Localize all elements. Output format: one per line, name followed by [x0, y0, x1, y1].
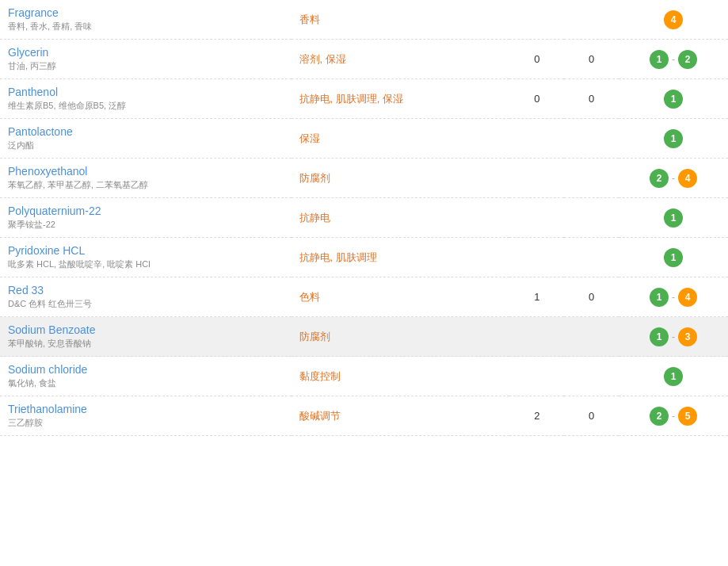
- badge-circle: 1: [664, 208, 683, 228]
- function-text: 香料: [299, 13, 320, 25]
- function-text: 防腐剂: [299, 172, 330, 184]
- num2-cell: [564, 317, 619, 357]
- num1-cell: [509, 119, 564, 159]
- badge-cell: 1-3: [619, 317, 728, 357]
- badge-cell: 1: [619, 119, 728, 159]
- function-cell: 溶剂, 保湿: [292, 40, 510, 79]
- function-text: 保湿: [299, 132, 320, 144]
- num2-value: 0: [589, 53, 594, 65]
- badge-circle: 1: [664, 129, 683, 148]
- ingredient-name[interactable]: Pantolactone: [8, 125, 284, 138]
- ingredient-alias: 氯化钠, 食盐: [8, 377, 284, 389]
- ingredient-alias: 吡多素 HCL, 盐酸吡啶辛, 吡啶素 HCl: [8, 258, 284, 270]
- ingredient-cell: Glycerin 甘油, 丙三醇: [0, 40, 292, 79]
- num1-value: 2: [534, 410, 539, 422]
- function-cell: 防腐剂: [292, 317, 510, 357]
- num1-cell: [509, 357, 564, 396]
- ingredient-alias: 维生素原B5, 维他命原B5, 泛醇: [8, 100, 284, 112]
- num2-cell: [564, 357, 619, 396]
- badge-circle: 2: [650, 169, 669, 188]
- num2-cell: [564, 0, 619, 40]
- badge-cell: 1-4: [619, 277, 728, 317]
- badge-separator: -: [672, 292, 675, 303]
- num2-cell: [564, 119, 619, 159]
- ingredient-cell: Panthenol 维生素原B5, 维他命原B5, 泛醇: [0, 79, 292, 119]
- ingredient-cell: Red 33 D&C 色料 红色卅三号: [0, 277, 292, 317]
- ingredient-name[interactable]: Fragrance: [8, 6, 284, 19]
- num1-value: 0: [534, 53, 539, 65]
- num2-cell: [564, 198, 619, 238]
- function-cell: 保湿: [292, 119, 510, 159]
- badge-circle: 4: [664, 10, 683, 29]
- badge-cell: 2-4: [619, 159, 728, 198]
- function-cell: 酸碱调节: [292, 396, 510, 436]
- function-text: 抗静电, 肌肤调理: [299, 251, 377, 263]
- table-row: Phenoxyethanol 苯氧乙醇, 苯甲基乙醇, 二苯氧基乙醇 防腐剂 2…: [0, 159, 728, 198]
- badge-separator: -: [672, 411, 675, 422]
- num1-cell: [509, 238, 564, 277]
- function-text: 抗静电: [299, 212, 330, 224]
- badge-circle: 1: [664, 367, 683, 386]
- table-row: Fragrance 香料, 香水, 香精, 香味 香料 4: [0, 0, 728, 40]
- badge-cell: 1: [619, 357, 728, 396]
- badge-circle: 1: [650, 327, 669, 346]
- ingredient-alias: 三乙醇胺: [8, 417, 284, 429]
- badge-cell: 1: [619, 198, 728, 238]
- num2-value: 0: [589, 93, 594, 105]
- ingredient-name[interactable]: Red 33: [8, 284, 284, 296]
- ingredient-name[interactable]: Sodium Benzoate: [8, 323, 284, 336]
- ingredient-cell: Triethanolamine 三乙醇胺: [0, 396, 292, 436]
- ingredient-alias: 香料, 香水, 香精, 香味: [8, 21, 284, 33]
- badge-separator: -: [672, 173, 675, 184]
- ingredient-cell: Pyridoxine HCL 吡多素 HCL, 盐酸吡啶辛, 吡啶素 HCl: [0, 238, 292, 277]
- num2-cell: [564, 238, 619, 277]
- table-row: Sodium Benzoate 苯甲酸钠, 安息香酸钠 防腐剂 1-3: [0, 317, 728, 357]
- badge-cell: 4: [619, 0, 728, 40]
- badge-circle: 1: [650, 288, 669, 307]
- ingredient-name[interactable]: Sodium chloride: [8, 363, 284, 376]
- badge-cell: 2-5: [619, 396, 728, 436]
- num2-cell: 0: [564, 79, 619, 119]
- num1-cell: 1: [509, 277, 564, 317]
- ingredient-cell: Sodium Benzoate 苯甲酸钠, 安息香酸钠: [0, 317, 292, 357]
- table-row: Sodium chloride 氯化钠, 食盐 黏度控制 1: [0, 357, 728, 396]
- ingredient-alias: 聚季铵盐-22: [8, 219, 284, 231]
- num2-cell: 0: [564, 396, 619, 436]
- function-cell: 香料: [292, 0, 510, 40]
- badge-circle: 3: [678, 327, 697, 346]
- function-cell: 防腐剂: [292, 159, 510, 198]
- num1-cell: [509, 198, 564, 238]
- num1-cell: 0: [509, 40, 564, 79]
- ingredient-name[interactable]: Triethanolamine: [8, 403, 284, 415]
- num1-value: 1: [534, 291, 539, 303]
- num1-value: 0: [534, 93, 539, 105]
- badge-circle: 4: [678, 169, 697, 188]
- function-text: 酸碱调节: [299, 410, 341, 422]
- ingredient-alias: 苯氧乙醇, 苯甲基乙醇, 二苯氧基乙醇: [8, 179, 284, 191]
- table-row: Pyridoxine HCL 吡多素 HCL, 盐酸吡啶辛, 吡啶素 HCl 抗…: [0, 238, 728, 277]
- ingredient-name[interactable]: Pyridoxine HCL: [8, 244, 284, 257]
- function-cell: 黏度控制: [292, 357, 510, 396]
- ingredient-cell: Fragrance 香料, 香水, 香精, 香味: [0, 0, 292, 40]
- function-cell: 抗静电, 肌肤调理, 保湿: [292, 79, 510, 119]
- function-cell: 抗静电: [292, 198, 510, 238]
- function-text: 防腐剂: [299, 331, 330, 342]
- function-cell: 抗静电, 肌肤调理: [292, 238, 510, 277]
- ingredient-alias: D&C 色料 红色卅三号: [8, 298, 284, 310]
- ingredient-cell: Sodium chloride 氯化钠, 食盐: [0, 357, 292, 396]
- badge-circle: 2: [650, 407, 669, 426]
- badge-separator: -: [672, 54, 675, 65]
- badge-separator: -: [672, 331, 675, 342]
- ingredient-name[interactable]: Polyquaternium-22: [8, 205, 284, 217]
- ingredient-alias: 苯甲酸钠, 安息香酸钠: [8, 338, 284, 350]
- ingredient-name[interactable]: Panthenol: [8, 86, 284, 98]
- badge-circle: 1: [664, 248, 683, 267]
- ingredient-cell: Polyquaternium-22 聚季铵盐-22: [0, 198, 292, 238]
- badge-circle: 5: [678, 407, 697, 426]
- ingredient-cell: Phenoxyethanol 苯氧乙醇, 苯甲基乙醇, 二苯氧基乙醇: [0, 159, 292, 198]
- num1-cell: [509, 317, 564, 357]
- num2-value: 0: [589, 410, 594, 422]
- ingredient-name[interactable]: Glycerin: [8, 46, 284, 59]
- function-text: 抗静电, 肌肤调理, 保湿: [299, 93, 403, 105]
- ingredient-name[interactable]: Phenoxyethanol: [8, 165, 284, 178]
